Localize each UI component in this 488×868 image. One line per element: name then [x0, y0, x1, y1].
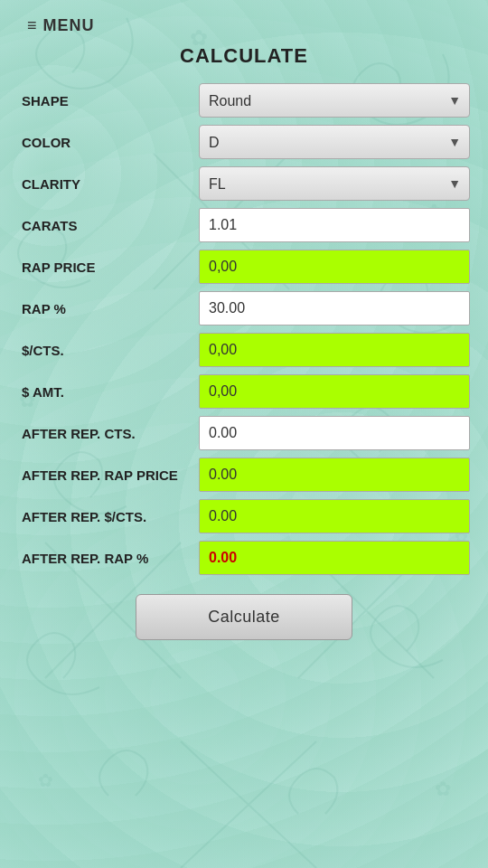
after-rep-rap-price-field [199, 458, 470, 492]
carats-input[interactable] [199, 208, 470, 242]
per-cts-field [199, 333, 470, 367]
after-rep-per-cts-field [199, 499, 470, 533]
after-rep-rap-percent-row: AFTER REP. RAP % [18, 540, 470, 576]
color-select[interactable]: D E F G H I J K [199, 125, 470, 159]
after-rep-cts-input[interactable] [199, 416, 470, 450]
amt-input[interactable] [199, 374, 470, 409]
menu-button[interactable]: ≡ MENU [18, 0, 470, 44]
color-label: COLOR [18, 135, 199, 150]
after-rep-rap-price-row: AFTER REP. RAP PRICE [18, 457, 470, 493]
after-rep-per-cts-row: AFTER REP. $/CTS. [18, 498, 470, 534]
rap-percent-label: RAP % [18, 301, 199, 316]
shape-label: SHAPE [18, 93, 199, 108]
after-rep-cts-label: AFTER REP. CTS. [18, 426, 199, 441]
carats-row: CARATS [18, 207, 470, 243]
after-rep-rap-price-input[interactable] [199, 458, 470, 492]
shape-row: SHAPE Round Princess Oval Marquise Pear … [18, 82, 470, 118]
svg-text:✿: ✿ [38, 770, 53, 790]
amt-label: $ AMT. [18, 384, 199, 400]
calculator-form: SHAPE Round Princess Oval Marquise Pear … [18, 82, 470, 576]
per-cts-input[interactable] [199, 333, 470, 367]
shape-field: Round Princess Oval Marquise Pear Cushio… [199, 83, 470, 118]
clarity-select[interactable]: FL IF VVS1 VVS2 VS1 VS2 SI1 SI2 I1 I2 [199, 166, 470, 201]
after-rep-rap-percent-label: AFTER REP. RAP % [18, 551, 199, 566]
rap-percent-field [199, 291, 470, 326]
color-field: D E F G H I J K ▼ [199, 125, 470, 159]
per-cts-label: $/CTS. [18, 343, 199, 358]
rap-price-row: RAP PRICE [18, 249, 470, 285]
shape-select[interactable]: Round Princess Oval Marquise Pear Cushio… [199, 83, 470, 118]
rap-price-input[interactable] [199, 250, 470, 284]
rap-price-field [199, 250, 470, 284]
rap-price-label: RAP PRICE [18, 259, 199, 275]
per-cts-row: $/CTS. [18, 332, 470, 368]
amt-field [199, 374, 470, 409]
calculate-button[interactable]: Calculate [136, 594, 352, 640]
clarity-field: FL IF VVS1 VVS2 VS1 VS2 SI1 SI2 I1 I2 ▼ [199, 166, 470, 201]
rap-percent-row: RAP % [18, 290, 470, 326]
page-title: CALCULATE [18, 44, 470, 68]
after-rep-rap-percent-field [199, 541, 470, 575]
after-rep-cts-field [199, 416, 470, 450]
clarity-row: CLARITY FL IF VVS1 VVS2 VS1 VS2 SI1 SI2 … [18, 165, 470, 202]
carats-field [199, 208, 470, 242]
after-rep-per-cts-label: AFTER REP. $/CTS. [18, 509, 199, 524]
carats-label: CARATS [18, 218, 199, 233]
after-rep-rap-percent-input[interactable] [199, 541, 470, 575]
clarity-label: CLARITY [18, 176, 199, 192]
after-rep-cts-row: AFTER REP. CTS. [18, 415, 470, 451]
svg-text:✿: ✿ [435, 778, 451, 800]
color-row: COLOR D E F G H I J K ▼ [18, 124, 470, 160]
after-rep-rap-price-label: AFTER REP. RAP PRICE [18, 467, 199, 483]
after-rep-per-cts-input[interactable] [199, 499, 470, 533]
amt-row: $ AMT. [18, 373, 470, 410]
rap-percent-input[interactable] [199, 291, 470, 326]
